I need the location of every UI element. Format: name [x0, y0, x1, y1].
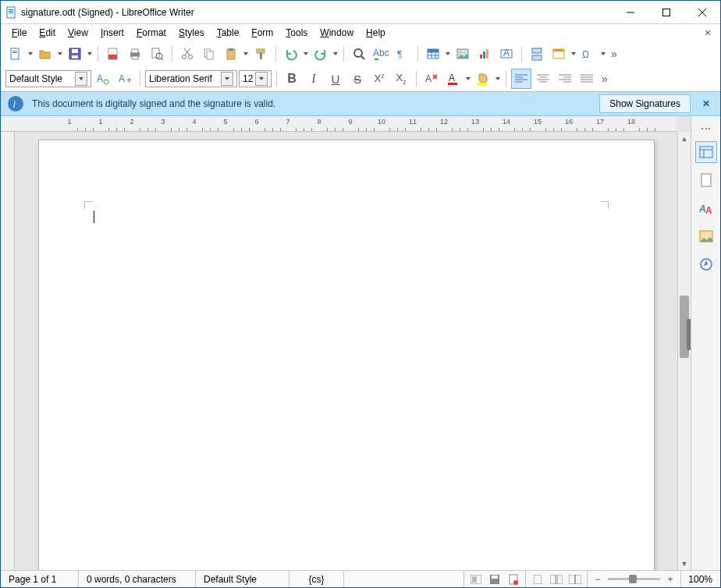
underline-icon[interactable]: U	[325, 69, 346, 89]
table-dropdown[interactable]	[445, 44, 451, 64]
update-style-icon[interactable]: A	[93, 69, 113, 89]
document-viewport[interactable]	[15, 132, 677, 570]
align-left-icon[interactable]	[511, 69, 531, 89]
clone-format-icon[interactable]	[250, 44, 271, 64]
strike-icon[interactable]: S	[347, 69, 368, 89]
paste-icon[interactable]	[221, 44, 241, 64]
status-wordcount[interactable]: 0 words, 0 characters	[79, 571, 196, 587]
insert-special-char-icon[interactable]: Ω	[578, 44, 598, 64]
toolbar-overflow-icon[interactable]: »	[598, 73, 611, 85]
bold-icon[interactable]: B	[282, 69, 302, 89]
menu-file[interactable]: File	[5, 26, 33, 40]
font-color-icon[interactable]: A	[443, 69, 464, 89]
formatting-marks-icon[interactable]: ¶	[392, 44, 413, 64]
status-page-style[interactable]: Default Style	[196, 571, 289, 587]
highlight-dropdown[interactable]	[495, 69, 501, 89]
status-page[interactable]: Page 1 of 1	[1, 571, 79, 587]
sidebar-properties-icon[interactable]	[695, 141, 717, 163]
insert-chart-icon[interactable]	[474, 44, 495, 64]
menu-help[interactable]: Help	[360, 26, 392, 40]
save-icon[interactable]	[65, 44, 85, 64]
view-multi-page-icon[interactable]	[549, 573, 563, 586]
new-icon[interactable]	[5, 44, 26, 64]
close-button[interactable]	[684, 1, 720, 24]
sidebar-gallery-icon[interactable]	[695, 225, 717, 247]
menu-insert[interactable]: Insert	[94, 26, 130, 40]
redo-dropdown[interactable]	[332, 44, 339, 64]
status-selection-mode-icon[interactable]	[469, 573, 483, 586]
align-right-icon[interactable]	[555, 69, 575, 89]
paste-dropdown[interactable]	[243, 44, 249, 64]
undo-dropdown[interactable]	[303, 44, 309, 64]
highlight-icon[interactable]	[473, 69, 493, 89]
insert-field-icon[interactable]	[549, 44, 569, 64]
chevron-down-icon[interactable]	[255, 72, 268, 86]
zoom-out-icon[interactable]: −	[592, 574, 603, 585]
close-document-button[interactable]: ×	[700, 27, 716, 39]
spellcheck-icon[interactable]: Abc	[371, 44, 391, 64]
view-book-icon[interactable]	[568, 573, 582, 586]
sidebar-styles-icon[interactable]: AA	[695, 197, 717, 219]
view-single-page-icon[interactable]	[531, 573, 545, 586]
find-icon[interactable]	[349, 44, 369, 64]
zoom-handle[interactable]	[629, 575, 637, 583]
align-center-icon[interactable]	[533, 69, 553, 89]
insert-page-break-icon[interactable]	[527, 44, 547, 64]
close-infobar-button[interactable]: ✕	[698, 96, 714, 112]
document-page[interactable]	[38, 140, 655, 570]
horizontal-ruler[interactable]: 1123456789101112131415161718	[15, 116, 677, 132]
sidebar-navigator-icon[interactable]	[695, 253, 717, 275]
minimize-button[interactable]	[613, 1, 648, 24]
font-color-dropdown[interactable]	[465, 69, 471, 89]
menu-window[interactable]: Window	[314, 26, 360, 40]
special-dropdown[interactable]	[600, 44, 606, 64]
paragraph-style-combo[interactable]: Default Style	[5, 70, 91, 87]
cut-icon[interactable]	[177, 44, 197, 64]
menu-styles[interactable]: Styles	[172, 26, 211, 40]
insert-table-icon[interactable]	[423, 44, 443, 64]
superscript-icon[interactable]: X2	[369, 69, 389, 89]
chevron-down-icon[interactable]	[221, 72, 233, 86]
insert-textbox-icon[interactable]: A	[496, 44, 517, 64]
sidebar-page-icon[interactable]	[695, 169, 717, 191]
toolbar-overflow-icon[interactable]: »	[608, 48, 620, 60]
zoom-in-icon[interactable]: +	[665, 574, 676, 585]
menu-tools[interactable]: Tools	[279, 26, 314, 40]
sidebar-menu-icon[interactable]: ⋮	[700, 123, 712, 135]
undo-icon[interactable]	[281, 44, 301, 64]
new-style-icon[interactable]: A+	[115, 69, 135, 89]
menu-table[interactable]: Table	[211, 26, 246, 40]
redo-icon[interactable]	[311, 44, 331, 64]
open-icon[interactable]	[35, 44, 55, 64]
new-dropdown[interactable]	[27, 44, 34, 64]
open-dropdown[interactable]	[57, 44, 63, 64]
font-name-combo[interactable]: Liberation Serif	[145, 70, 237, 87]
menu-format[interactable]: Format	[130, 26, 172, 40]
menu-view[interactable]: View	[62, 26, 94, 40]
vertical-scrollbar[interactable]: ▲ ▼	[677, 132, 691, 570]
copy-icon[interactable]	[199, 44, 219, 64]
show-signatures-button[interactable]: Show Signatures	[599, 94, 691, 113]
print-icon[interactable]	[125, 44, 145, 64]
insert-image-icon[interactable]	[453, 44, 473, 64]
menu-form[interactable]: Form	[245, 26, 279, 40]
status-insert-mode[interactable]	[344, 571, 464, 587]
align-justify-icon[interactable]	[577, 69, 597, 89]
menu-edit[interactable]: Edit	[33, 26, 62, 40]
font-size-combo[interactable]: 12	[239, 70, 272, 87]
maximize-button[interactable]	[648, 1, 684, 24]
status-zoom-value[interactable]: 100%	[681, 571, 720, 587]
status-language[interactable]: {cs}	[289, 571, 344, 587]
chevron-down-icon[interactable]	[75, 72, 87, 86]
export-pdf-icon[interactable]	[103, 44, 123, 64]
zoom-slider[interactable]: − +	[588, 571, 681, 587]
save-dropdown[interactable]	[87, 44, 93, 64]
vertical-ruler[interactable]	[1, 132, 15, 570]
sidebar-expand-handle[interactable]	[687, 319, 691, 350]
clear-format-icon[interactable]: A	[421, 69, 442, 89]
subscript-icon[interactable]: X2	[391, 69, 411, 89]
scroll-down-icon[interactable]: ▼	[678, 557, 691, 570]
status-save-icon[interactable]	[488, 573, 502, 586]
field-dropdown[interactable]	[570, 44, 577, 64]
status-signature-icon[interactable]	[506, 573, 520, 586]
